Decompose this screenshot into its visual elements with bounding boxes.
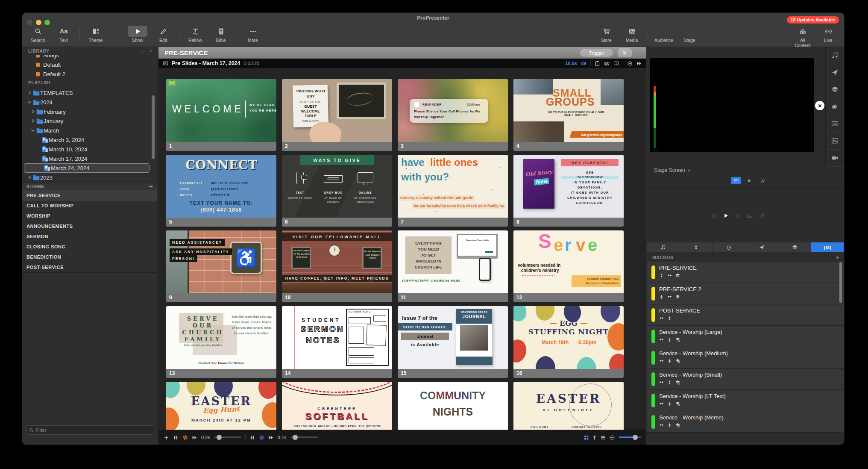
slide-card[interactable]: COMMUNITYNIGHTS19 — [398, 382, 508, 430]
notes-clipboard-icon[interactable] — [595, 61, 600, 66]
text-view-icon[interactable]: T — [593, 434, 596, 441]
tree-item-march-24-2024[interactable]: March 24, 2024 — [24, 163, 150, 173]
slide-card[interactable]: STUDENTSERMONNOTESSERMON NOTE14 — [282, 306, 392, 378]
macro-row[interactable]: PRE-SERVICE — [647, 262, 844, 283]
slide-card[interactable]: CONNECTCONNECTWITH A PASTORASKQUESTIONSN… — [166, 155, 276, 227]
pause-transition-icon-2[interactable] — [249, 435, 255, 440]
chevron-right-icon[interactable] — [30, 118, 36, 124]
tree-item-march-17-2024[interactable]: March 17, 2024 — [22, 154, 151, 163]
slide-card[interactable]: EGGSTUFFING NIGHTMarch 19th6:30pm16 — [513, 306, 624, 378]
slide-card[interactable]: Servevolunteers needed inchildren's mini… — [513, 230, 624, 302]
slide-duration[interactable]: 10.0s — [565, 61, 577, 66]
add-slide-button[interactable] — [164, 435, 169, 440]
tree-item-march-10-2024[interactable]: March 10, 2024 — [22, 145, 151, 154]
slide-card[interactable]: WAYS TO GIVETEXTGIGIVE TO 73256DROP BOXA… — [282, 155, 392, 227]
slide-card[interactable]: VISITING WITH US?STOP BY THEGUEST WELCOM… — [282, 79, 392, 151]
macro-row[interactable]: Service - Worship (Meme) — [647, 411, 844, 433]
add-library-button[interactable] — [140, 49, 144, 53]
tree-item-march[interactable]: March — [22, 126, 151, 135]
tab-props[interactable] — [680, 242, 713, 252]
arrangement-icon[interactable] — [604, 61, 610, 66]
rail-notes-button[interactable] — [826, 115, 844, 133]
collapse-library-button[interactable] — [149, 49, 153, 53]
cut-transition-icon[interactable] — [192, 435, 197, 440]
slide-card[interactable]: [M]WELCOMEWE'RE GLADYOU'RE HERE1 — [166, 79, 276, 151]
clear-all-button[interactable] — [815, 101, 824, 110]
toolbar-item-theme[interactable]: Theme — [86, 26, 106, 43]
section-item-sermon[interactable]: SERMON — [22, 231, 157, 242]
rail-image-button[interactable] — [826, 133, 844, 150]
section-settings-button[interactable] — [618, 48, 632, 57]
transport-refresh-button[interactable] — [735, 213, 741, 218]
slide-card[interactable]: SERVEOURCHURCHFAMILYhelp care for grievi… — [166, 306, 276, 378]
library-item[interactable]: Default 2 — [22, 69, 151, 79]
timeline-icon[interactable] — [581, 61, 586, 66]
toolbar-item-store[interactable]: Store — [596, 26, 616, 43]
thumbnail-zoom-slider[interactable] — [619, 437, 641, 438]
slide-card[interactable]: GREENTREESOFTBALLHIGH SCHOOL AND UP • BE… — [282, 382, 392, 430]
pause-transition-icon[interactable] — [173, 435, 179, 440]
chevron-right-icon[interactable] — [30, 109, 36, 115]
rail-camera-button[interactable] — [826, 150, 844, 167]
transport-image-button[interactable] — [747, 213, 753, 218]
section-item-worship[interactable]: WORSHIP — [22, 211, 157, 221]
slide-transition-icon[interactable] — [259, 435, 264, 440]
section-item-announcements[interactable]: ANNOUNCEMENTS — [22, 221, 157, 231]
macro-row[interactable]: Service - Worship (Small) — [647, 369, 844, 390]
toolbar-item-media[interactable]: Media — [622, 26, 642, 43]
toolbar-item-show[interactable]: Show — [128, 26, 147, 43]
next-presentation-icon[interactable] — [636, 61, 642, 66]
toolbar-item-stage[interactable]: Stage — [680, 26, 699, 43]
slide-card[interactable]: REMINDER10:00 amPlease Silence Your Cell… — [398, 79, 508, 151]
sidebar-scrollbar[interactable] — [152, 95, 155, 159]
toolbar-item-audience[interactable]: Audience — [654, 26, 674, 43]
stage-screen-selector[interactable]: Stage Screen — [654, 167, 692, 173]
section-item-pre-service[interactable]: PRE-SERVICE — [22, 190, 157, 201]
toolbar-item-reflow[interactable]: Reflow — [185, 26, 205, 43]
section-item-closing-song[interactable]: CLOSING SONG — [22, 242, 157, 252]
toolbar-item-text[interactable]: AaText — [54, 26, 73, 43]
rail-layers-button[interactable] — [826, 81, 844, 98]
tab-send[interactable] — [745, 242, 778, 252]
transport-pin-button[interactable] — [759, 213, 765, 218]
library-item[interactable]: Default — [22, 60, 151, 69]
slide-card[interactable]: Issue 7 of theSOVEREIGN GRACEJournalis A… — [398, 306, 508, 378]
toolbar-item-search[interactable]: Search — [28, 26, 48, 43]
slide-card[interactable]: EVERYTHINGYOU NEEDTO GETINVOLVED INCHURC… — [398, 230, 508, 302]
transport-play-button[interactable] — [723, 213, 729, 218]
rail-music-button[interactable] — [826, 47, 844, 64]
media-transition-icon[interactable] — [182, 435, 188, 440]
toolbar-item-more[interactable]: More — [243, 26, 263, 43]
tab-music[interactable] — [647, 242, 680, 252]
transition-slider-1[interactable] — [214, 437, 241, 438]
add-item-button[interactable] — [149, 184, 153, 189]
cut-transition-icon-2[interactable] — [268, 435, 274, 440]
chevron-down-icon[interactable] — [30, 127, 36, 133]
chevron-right-icon[interactable] — [26, 174, 32, 180]
macro-row[interactable]: POST-SERVICE — [647, 304, 844, 326]
toolbar-item-bible[interactable]: Bible — [211, 26, 231, 43]
tab-macros[interactable]: [M] — [811, 242, 844, 252]
tab-layers[interactable] — [778, 242, 811, 252]
list-view-icon[interactable] — [600, 435, 606, 440]
slide-card[interactable]: havelittle oneswith you?nursery & sunday… — [398, 155, 508, 227]
focus-icon[interactable] — [627, 61, 633, 66]
slide-card[interactable]: NEED ASSISTANCE?ASK ANY HOSPITALITYPERSO… — [166, 230, 276, 302]
stage-tool-notes[interactable] — [731, 177, 741, 184]
macro-row[interactable]: PRE-SERVICE 2 — [647, 283, 844, 304]
macros-scrollbar[interactable] — [839, 262, 842, 303]
tree-item-february[interactable]: February — [22, 107, 151, 116]
filter-input[interactable] — [35, 428, 151, 433]
transition-slider-2[interactable] — [290, 437, 318, 438]
slide-card[interactable]: Old StoryNewHEY PARENTS!USE'OLD STORY NE… — [513, 155, 624, 227]
section-item-benediction[interactable]: BENEDICTION — [22, 252, 157, 262]
chevron-down-icon[interactable] — [26, 99, 32, 105]
slide-card[interactable]: EASTERAT GREENTREEEGG HUNTSUNDAY SERVICE… — [513, 382, 624, 430]
macro-row[interactable]: Service - Worship (Large) — [647, 326, 844, 347]
chevron-right-icon[interactable] — [26, 90, 32, 96]
tab-timer[interactable] — [713, 242, 746, 252]
section-item-post-service[interactable]: POST-SERVICE — [22, 262, 157, 272]
macro-row[interactable]: Service - Worship (Medium) — [647, 347, 844, 369]
transport-loop-button[interactable] — [711, 213, 717, 218]
updates-badge[interactable]: 13 Updates Available — [787, 16, 839, 24]
